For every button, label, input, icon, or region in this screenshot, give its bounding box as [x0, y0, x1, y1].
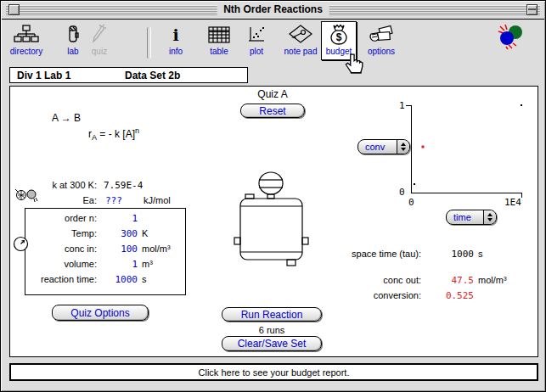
toolbar-button-directory[interactable]: directory: [3, 23, 50, 60]
data-point: [422, 145, 425, 148]
ea-unit: kJ/mol: [144, 195, 171, 205]
data-point: [414, 183, 415, 185]
toolbar-label: plot: [250, 47, 263, 56]
toolbar-button-plot[interactable]: plot: [233, 23, 280, 60]
budget-icon: $: [327, 23, 351, 46]
table-icon: [208, 23, 230, 46]
k-label: k at 300 K:: [19, 180, 97, 190]
param-value[interactable]: 1: [97, 259, 138, 270]
param-row: volume: 1 m³: [25, 259, 185, 274]
toolbar-button-options[interactable]: options: [357, 23, 405, 60]
conversion-value: 0.525: [421, 290, 474, 301]
param-label: volume:: [25, 259, 97, 269]
param-row: conc in: 100 mol/m³: [25, 244, 185, 259]
clear-save-label: Clear/Save Set: [238, 338, 307, 350]
y-axis-max-label: 1: [399, 100, 405, 111]
param-label: reaction time:: [25, 274, 97, 284]
toolbar-label: directory: [10, 47, 42, 56]
app-window: Nth Order Reactions directory lab: [0, 0, 546, 392]
y-axis-min-label: 0: [399, 187, 405, 198]
runs-count: 6 runs: [222, 325, 322, 335]
toolbar-label: table: [210, 47, 228, 56]
x-axis-right-tick: [521, 193, 522, 198]
conversion-row: conversion: 0.525: [282, 290, 529, 301]
data-set-label: Data Set 2b: [125, 70, 180, 81]
plot-icon: [246, 23, 267, 46]
run-reaction-label: Run Reaction: [241, 309, 303, 321]
toolbar-label: note pad: [284, 47, 318, 56]
conversion-label: conversion:: [282, 290, 421, 300]
x-axis-popup[interactable]: time: [446, 210, 497, 225]
quiz-icon: [89, 23, 110, 46]
space-time-unit: s: [478, 249, 529, 259]
rate-expression: rA = - k [A]n: [88, 126, 139, 142]
param-value[interactable]: 100: [97, 244, 138, 255]
notepad-icon: [289, 23, 312, 46]
toolbar-label: quiz: [92, 47, 107, 56]
param-row: reaction time: 1000 s: [25, 274, 185, 289]
param-unit: m³: [142, 259, 153, 269]
data-point: [521, 104, 522, 106]
param-value[interactable]: 300: [97, 228, 138, 239]
param-value[interactable]: 1: [97, 213, 138, 224]
param-row: order n: 1: [25, 213, 185, 228]
collapse-box-icon[interactable]: [526, 4, 538, 15]
toolbar-separator: [147, 27, 151, 59]
conc-out-unit: mol/m³: [478, 275, 529, 285]
space-time-row: space time (tau): 1000 s: [282, 249, 529, 260]
param-unit: s: [142, 274, 147, 284]
conc-out-label: conc out:: [282, 275, 421, 285]
reset-button[interactable]: Reset: [240, 104, 305, 118]
param-row: Temp: 300 K: [25, 228, 185, 244]
toolbar-button-info[interactable]: i info: [152, 23, 200, 60]
reset-button-label: Reset: [259, 105, 285, 117]
popup-arrows-icon: [397, 140, 409, 154]
param-unit: mol/m³: [142, 244, 171, 254]
timer-clock-icon[interactable]: [13, 236, 29, 252]
parameters-box: order n: 1 Temp: 300 K conc in: 100 mol/…: [25, 208, 186, 295]
y-axis-popup-value: conv: [358, 140, 397, 154]
ea-label: Ea:: [32, 195, 97, 205]
x-axis-max-label: 1E4: [504, 197, 521, 208]
quiz-options-label: Quiz Options: [70, 307, 129, 319]
x-axis-min-label: 0: [408, 197, 414, 208]
reaction-equation: A → B: [52, 112, 81, 124]
budget-report-message: Click here to see your budget report.: [199, 367, 350, 378]
run-reaction-button[interactable]: Run Reaction: [222, 307, 322, 322]
close-box-icon[interactable]: [8, 4, 20, 15]
toolbar-label: options: [368, 47, 395, 56]
param-label: conc in:: [25, 244, 97, 254]
param-label: Temp:: [25, 228, 97, 238]
space-time-value: 1000: [421, 249, 474, 260]
division-label: Div 1 Lab 1: [17, 70, 70, 81]
title-bar: Nth Order Reactions: [2, 2, 544, 20]
param-label: order n:: [25, 213, 97, 223]
directory-icon: [14, 23, 39, 46]
popup-arrows-icon: [483, 210, 496, 224]
main-panel: Quiz A Reset A → B rA = - k [A]n k at 30…: [9, 86, 538, 357]
options-icon: [369, 23, 394, 46]
quiz-title: Quiz A: [222, 88, 324, 100]
molecules-icon: [497, 23, 527, 50]
toolbar-button-quiz: quiz: [76, 23, 123, 60]
x-axis-popup-value: time: [447, 210, 483, 224]
window-title: Nth Order Reactions: [217, 3, 329, 15]
y-axis-popup[interactable]: conv: [357, 139, 410, 154]
clear-save-button[interactable]: Clear/Save Set: [222, 336, 322, 351]
toolbar-label: info: [169, 47, 183, 56]
conc-out-row: conc out: 47.5 mol/m³: [282, 275, 529, 286]
param-unit: K: [142, 228, 148, 238]
param-value[interactable]: 1000: [97, 274, 138, 285]
quiz-options-button[interactable]: Quiz Options: [52, 305, 149, 321]
k-value: 7.59E-4: [104, 180, 143, 191]
session-bar: Div 1 Lab 1 Data Set 2b: [9, 67, 248, 83]
ea-value[interactable]: ???: [105, 195, 122, 206]
svg-text:$: $: [336, 31, 342, 43]
conc-out-value: 47.5: [421, 275, 474, 286]
info-icon: i: [172, 23, 178, 46]
pointer-hand-cursor: [342, 53, 364, 76]
plot-area: [411, 105, 522, 193]
space-time-label: space time (tau):: [282, 249, 421, 259]
budget-report-bar[interactable]: Click here to see your budget report.: [9, 363, 538, 381]
